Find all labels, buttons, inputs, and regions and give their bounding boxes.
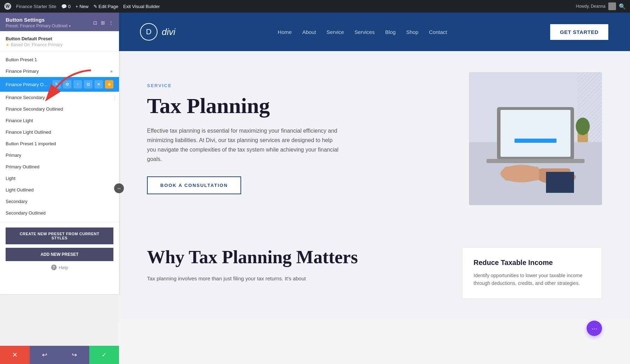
preset-item-finance-primary[interactable]: Finance Primary ★: [0, 65, 119, 77]
help-link[interactable]: ? Help: [6, 265, 113, 270]
delete-preset-btn[interactable]: ✕: [94, 80, 103, 89]
preset-item-name: Finance Primary O...: [6, 82, 52, 87]
redo-button[interactable]: ↪: [59, 346, 89, 364]
preset-item-finance-primary-o[interactable]: Finance Primary O... ✎ ⚙ ↑ ⧉ ✕ ★: [0, 77, 119, 92]
nav-services[interactable]: Services: [355, 29, 375, 35]
admin-bar-left: W Finance Starter Site 💬 0 + New ✎ Edit …: [4, 3, 571, 10]
undo-button[interactable]: ↩: [30, 346, 59, 364]
logo-text: divi: [162, 27, 175, 37]
admin-bar-right: Howdy, Deanna 🔍: [576, 2, 626, 10]
preset-item-name: Button Preset 1: [6, 57, 113, 62]
export-preset-btn[interactable]: ↑: [74, 80, 82, 89]
svg-point-14: [576, 118, 590, 135]
hero-description: Effective tax planning is essential for …: [147, 126, 343, 164]
logo-icon: D: [140, 23, 158, 41]
preset-item-primary[interactable]: Primary: [0, 149, 119, 161]
preset-item-name: Finance Light: [6, 118, 113, 123]
preset-item-btn-preset-imported[interactable]: Button Preset 1 imported: [0, 138, 119, 149]
why-content: Why Tax Planning Matters Tax planning in…: [147, 247, 441, 283]
bottom-bar-spacer: [0, 276, 119, 294]
minimize-icon[interactable]: ⊡: [93, 20, 97, 26]
default-preset-title: Button Default Preset: [6, 36, 113, 41]
hero-section: SERVICE Tax Planning Effective tax plann…: [119, 51, 630, 226]
bottom-action-bar: ✕ ↩ ↪ ✓: [0, 346, 119, 364]
star-preset-btn[interactable]: ★: [105, 80, 113, 89]
resize-handle[interactable]: ↔: [114, 183, 124, 193]
why-card: Reduce Taxable Income Identify opportuni…: [462, 247, 602, 299]
active-preset-toolbar: ✎ ⚙ ↑ ⧉ ✕ ★: [52, 80, 113, 89]
nav-service[interactable]: Service: [327, 29, 344, 35]
save-icon: ✓: [102, 351, 107, 359]
create-preset-button[interactable]: CREATE NEW PRESET FROM CURRENT STYLES: [6, 227, 113, 244]
preset-item-name: Light: [6, 176, 113, 181]
wordpress-icon[interactable]: W: [4, 3, 11, 10]
close-icon: ✕: [12, 351, 18, 359]
close-button[interactable]: ✕: [0, 346, 30, 364]
redo-icon: ↪: [72, 351, 77, 359]
nav-contact[interactable]: Contact: [429, 29, 447, 35]
exit-builder-btn[interactable]: Exit Visual Builder: [123, 4, 160, 9]
sidebar-preset-label[interactable]: Preset: Finance Primary Outlined ▾: [6, 23, 71, 28]
new-content-btn[interactable]: + New: [76, 4, 89, 9]
preset-item-finance-light[interactable]: Finance Light: [0, 115, 119, 126]
sidebar-footer: CREATE NEW PRESET FROM CURRENT STYLES AD…: [0, 222, 119, 276]
expand-icon[interactable]: ⊞: [101, 20, 105, 26]
howdy-label: Howdy, Deanna: [576, 4, 606, 9]
hero-content: SERVICE Tax Planning Effective tax plann…: [147, 83, 343, 195]
why-section: Why Tax Planning Matters Tax planning in…: [119, 226, 630, 320]
svg-rect-6: [500, 110, 570, 157]
chevron-down-icon: ▾: [69, 24, 71, 28]
preset-item-light[interactable]: Light: [0, 173, 119, 184]
default-preset-based-on: ★ Based On: Finance Primary: [6, 42, 113, 47]
nav-about[interactable]: About: [302, 29, 316, 35]
preset-item-light-outlined[interactable]: Light Outlined: [0, 184, 119, 196]
main-layout: Button Settings Preset: Finance Primary …: [0, 13, 630, 364]
site-name[interactable]: Finance Starter Site: [16, 4, 56, 9]
star-icon: ★: [110, 69, 113, 74]
preset-item-name: Secondary: [6, 199, 113, 204]
preset-item-secondary-outlined[interactable]: Secondary Outlined: [0, 207, 119, 219]
preset-item-finance-secondary[interactable]: Finance Secondary ⋮: [0, 92, 119, 103]
sidebar-header: Button Settings Preset: Finance Primary …: [0, 13, 119, 31]
why-title: Why Tax Planning Matters: [147, 247, 441, 267]
why-card-title: Reduce Taxable Income: [474, 259, 590, 267]
edit-page-btn[interactable]: ✎ Edit Page: [93, 4, 118, 9]
hero-eyebrow: SERVICE: [147, 83, 343, 88]
preset-item-finance-light-outlined[interactable]: Finance Light Outlined: [0, 126, 119, 138]
floating-action-button[interactable]: ···: [587, 321, 602, 336]
save-button[interactable]: ✓: [89, 346, 119, 364]
help-label: Help: [59, 265, 68, 270]
hero-image: [469, 72, 602, 205]
search-icon[interactable]: 🔍: [619, 3, 626, 10]
svg-rect-7: [514, 139, 556, 143]
nav-shop[interactable]: Shop: [406, 29, 418, 35]
sidebar-header-icons: ⊡ ⊞ ⋮: [93, 20, 113, 26]
admin-bar: W Finance Starter Site 💬 0 + New ✎ Edit …: [0, 0, 630, 13]
edit-preset-btn[interactable]: ✎: [52, 80, 61, 89]
duplicate-preset-btn[interactable]: ⧉: [84, 80, 92, 89]
preset-item-primary-outlined[interactable]: Primary Outlined: [0, 161, 119, 173]
preset-item-name: Finance Secondary: [6, 95, 113, 100]
star-icon: ★: [6, 42, 9, 47]
get-started-button[interactable]: GET STARTED: [550, 23, 609, 41]
sidebar: Button Settings Preset: Finance Primary …: [0, 13, 119, 294]
nav-blog[interactable]: Blog: [385, 29, 396, 35]
preset-item-btn-preset-1[interactable]: Button Preset 1: [0, 54, 119, 65]
more-options-icon[interactable]: ⋮: [112, 94, 118, 101]
help-icon: ?: [51, 265, 57, 270]
preset-item-finance-secondary-outlined[interactable]: Finance Secondary Outlined: [0, 103, 119, 115]
settings-preset-btn[interactable]: ⚙: [63, 80, 71, 89]
preset-item-secondary[interactable]: Secondary: [0, 196, 119, 207]
why-description: Tax planning involves more than just fil…: [147, 274, 441, 283]
preset-item-name: Primary Outlined: [6, 164, 113, 169]
nav-home[interactable]: Home: [278, 29, 292, 35]
hero-title: Tax Planning: [147, 94, 343, 118]
more-options-icon[interactable]: ⋮: [108, 20, 113, 26]
sidebar-title: Button Settings: [6, 17, 71, 23]
svg-rect-8: [486, 159, 584, 163]
comment-icon[interactable]: 💬 0: [61, 4, 71, 9]
svg-rect-15: [546, 172, 574, 193]
add-preset-button[interactable]: ADD NEW PRESET: [6, 248, 113, 261]
book-consultation-button[interactable]: BOOK A CONSULTATION: [147, 176, 241, 194]
sidebar-header-info: Button Settings Preset: Finance Primary …: [6, 17, 71, 28]
